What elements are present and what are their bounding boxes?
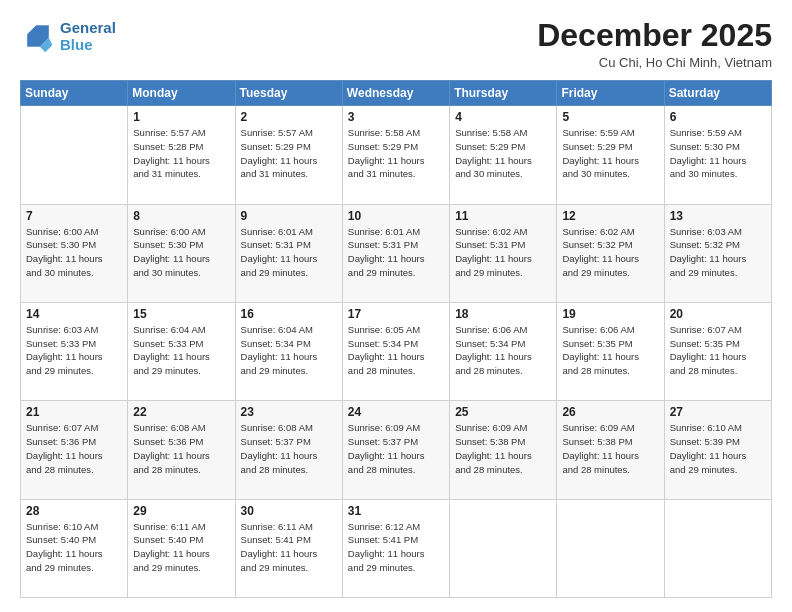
location: Cu Chi, Ho Chi Minh, Vietnam [537,55,772,70]
day-info: Sunrise: 6:05 AMSunset: 5:34 PMDaylight:… [348,323,444,378]
day-number: 25 [455,405,551,419]
day-number: 5 [562,110,658,124]
day-info: Sunrise: 6:09 AMSunset: 5:37 PMDaylight:… [348,421,444,476]
calendar-cell: 11Sunrise: 6:02 AMSunset: 5:31 PMDayligh… [450,204,557,302]
day-info: Sunrise: 6:02 AMSunset: 5:32 PMDaylight:… [562,225,658,280]
day-info: Sunrise: 6:01 AMSunset: 5:31 PMDaylight:… [241,225,337,280]
calendar-cell: 3Sunrise: 5:58 AMSunset: 5:29 PMDaylight… [342,106,449,204]
calendar-body: 1Sunrise: 5:57 AMSunset: 5:28 PMDaylight… [21,106,772,598]
calendar-cell: 22Sunrise: 6:08 AMSunset: 5:36 PMDayligh… [128,401,235,499]
logo: General Blue [20,18,116,54]
calendar-cell: 1Sunrise: 5:57 AMSunset: 5:28 PMDaylight… [128,106,235,204]
day-number: 12 [562,209,658,223]
day-info: Sunrise: 6:01 AMSunset: 5:31 PMDaylight:… [348,225,444,280]
day-number: 22 [133,405,229,419]
week-row-4: 21Sunrise: 6:07 AMSunset: 5:36 PMDayligh… [21,401,772,499]
day-info: Sunrise: 6:02 AMSunset: 5:31 PMDaylight:… [455,225,551,280]
calendar-cell: 21Sunrise: 6:07 AMSunset: 5:36 PMDayligh… [21,401,128,499]
logo-icon [20,18,56,54]
day-number: 10 [348,209,444,223]
day-number: 21 [26,405,122,419]
day-number: 14 [26,307,122,321]
day-number: 19 [562,307,658,321]
week-row-1: 1Sunrise: 5:57 AMSunset: 5:28 PMDaylight… [21,106,772,204]
day-info: Sunrise: 6:00 AMSunset: 5:30 PMDaylight:… [26,225,122,280]
weekday-header-saturday: Saturday [664,81,771,106]
day-info: Sunrise: 6:10 AMSunset: 5:39 PMDaylight:… [670,421,766,476]
calendar-cell [557,499,664,597]
calendar-cell: 30Sunrise: 6:11 AMSunset: 5:41 PMDayligh… [235,499,342,597]
day-number: 11 [455,209,551,223]
day-number: 31 [348,504,444,518]
day-number: 8 [133,209,229,223]
day-info: Sunrise: 5:57 AMSunset: 5:28 PMDaylight:… [133,126,229,181]
day-info: Sunrise: 6:10 AMSunset: 5:40 PMDaylight:… [26,520,122,575]
week-row-2: 7Sunrise: 6:00 AMSunset: 5:30 PMDaylight… [21,204,772,302]
calendar-cell: 19Sunrise: 6:06 AMSunset: 5:35 PMDayligh… [557,302,664,400]
calendar-cell: 9Sunrise: 6:01 AMSunset: 5:31 PMDaylight… [235,204,342,302]
calendar-cell: 28Sunrise: 6:10 AMSunset: 5:40 PMDayligh… [21,499,128,597]
calendar-cell [664,499,771,597]
day-info: Sunrise: 5:58 AMSunset: 5:29 PMDaylight:… [348,126,444,181]
day-info: Sunrise: 6:07 AMSunset: 5:36 PMDaylight:… [26,421,122,476]
day-info: Sunrise: 5:57 AMSunset: 5:29 PMDaylight:… [241,126,337,181]
calendar-cell: 29Sunrise: 6:11 AMSunset: 5:40 PMDayligh… [128,499,235,597]
day-info: Sunrise: 6:09 AMSunset: 5:38 PMDaylight:… [562,421,658,476]
day-number: 26 [562,405,658,419]
page: General Blue December 2025 Cu Chi, Ho Ch… [0,0,792,612]
calendar-cell: 16Sunrise: 6:04 AMSunset: 5:34 PMDayligh… [235,302,342,400]
day-info: Sunrise: 6:07 AMSunset: 5:35 PMDaylight:… [670,323,766,378]
calendar-cell: 20Sunrise: 6:07 AMSunset: 5:35 PMDayligh… [664,302,771,400]
calendar-cell: 12Sunrise: 6:02 AMSunset: 5:32 PMDayligh… [557,204,664,302]
day-info: Sunrise: 6:08 AMSunset: 5:36 PMDaylight:… [133,421,229,476]
day-number: 17 [348,307,444,321]
day-number: 1 [133,110,229,124]
calendar-cell: 23Sunrise: 6:08 AMSunset: 5:37 PMDayligh… [235,401,342,499]
calendar-cell: 27Sunrise: 6:10 AMSunset: 5:39 PMDayligh… [664,401,771,499]
calendar-cell: 6Sunrise: 5:59 AMSunset: 5:30 PMDaylight… [664,106,771,204]
calendar-cell: 26Sunrise: 6:09 AMSunset: 5:38 PMDayligh… [557,401,664,499]
day-number: 20 [670,307,766,321]
calendar-cell: 15Sunrise: 6:04 AMSunset: 5:33 PMDayligh… [128,302,235,400]
calendar-cell: 14Sunrise: 6:03 AMSunset: 5:33 PMDayligh… [21,302,128,400]
day-number: 24 [348,405,444,419]
day-number: 15 [133,307,229,321]
day-info: Sunrise: 6:08 AMSunset: 5:37 PMDaylight:… [241,421,337,476]
calendar-cell: 31Sunrise: 6:12 AMSunset: 5:41 PMDayligh… [342,499,449,597]
day-number: 13 [670,209,766,223]
day-info: Sunrise: 6:11 AMSunset: 5:40 PMDaylight:… [133,520,229,575]
weekday-header-monday: Monday [128,81,235,106]
calendar-cell [21,106,128,204]
day-info: Sunrise: 5:58 AMSunset: 5:29 PMDaylight:… [455,126,551,181]
calendar-cell: 2Sunrise: 5:57 AMSunset: 5:29 PMDaylight… [235,106,342,204]
day-info: Sunrise: 6:11 AMSunset: 5:41 PMDaylight:… [241,520,337,575]
day-number: 7 [26,209,122,223]
day-info: Sunrise: 6:04 AMSunset: 5:33 PMDaylight:… [133,323,229,378]
day-number: 4 [455,110,551,124]
title-block: December 2025 Cu Chi, Ho Chi Minh, Vietn… [537,18,772,70]
weekday-header-tuesday: Tuesday [235,81,342,106]
week-row-5: 28Sunrise: 6:10 AMSunset: 5:40 PMDayligh… [21,499,772,597]
weekday-header-wednesday: Wednesday [342,81,449,106]
day-info: Sunrise: 6:03 AMSunset: 5:33 PMDaylight:… [26,323,122,378]
day-number: 30 [241,504,337,518]
weekday-header-row: SundayMondayTuesdayWednesdayThursdayFrid… [21,81,772,106]
weekday-header-thursday: Thursday [450,81,557,106]
calendar-cell: 24Sunrise: 6:09 AMSunset: 5:37 PMDayligh… [342,401,449,499]
day-number: 27 [670,405,766,419]
day-info: Sunrise: 6:04 AMSunset: 5:34 PMDaylight:… [241,323,337,378]
day-info: Sunrise: 5:59 AMSunset: 5:30 PMDaylight:… [670,126,766,181]
week-row-3: 14Sunrise: 6:03 AMSunset: 5:33 PMDayligh… [21,302,772,400]
calendar-cell: 18Sunrise: 6:06 AMSunset: 5:34 PMDayligh… [450,302,557,400]
calendar-cell: 7Sunrise: 6:00 AMSunset: 5:30 PMDaylight… [21,204,128,302]
calendar-cell: 17Sunrise: 6:05 AMSunset: 5:34 PMDayligh… [342,302,449,400]
calendar-cell: 25Sunrise: 6:09 AMSunset: 5:38 PMDayligh… [450,401,557,499]
calendar-cell: 5Sunrise: 5:59 AMSunset: 5:29 PMDaylight… [557,106,664,204]
month-title: December 2025 [537,18,772,53]
day-number: 28 [26,504,122,518]
day-number: 23 [241,405,337,419]
weekday-header-sunday: Sunday [21,81,128,106]
day-info: Sunrise: 6:06 AMSunset: 5:35 PMDaylight:… [562,323,658,378]
day-number: 18 [455,307,551,321]
weekday-header-friday: Friday [557,81,664,106]
